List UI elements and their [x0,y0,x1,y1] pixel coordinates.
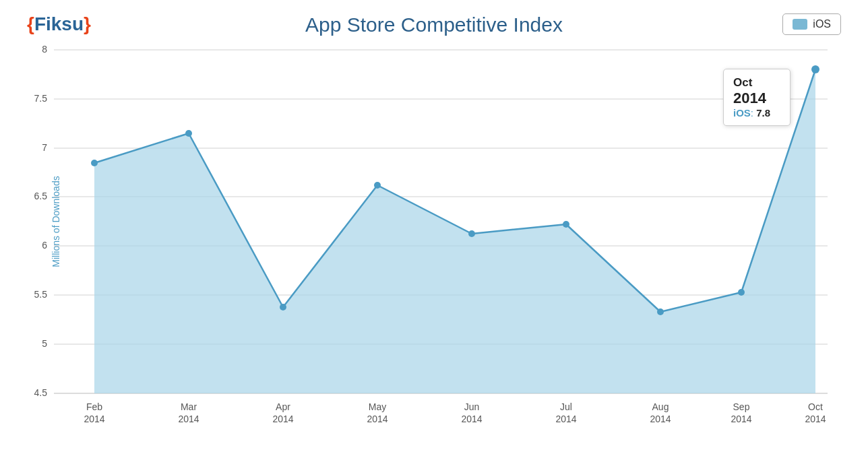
xlabel-aug-month: Aug [652,401,669,412]
xlabel-sep-year: 2014 [731,414,751,424]
xlabel-oct-year: 2014 [805,414,826,424]
xlabel-jul-month: Jul [560,401,572,412]
xlabel-may-year: 2014 [367,414,388,424]
tooltip-year: 2014 [733,90,780,107]
xlabel-apr-month: Apr [276,401,290,412]
point-may [374,182,381,189]
xlabel-apr-year: 2014 [272,414,293,424]
ytick-5: 5 [42,338,47,349]
point-oct [811,65,819,73]
xlabel-jun-month: Jun [464,401,480,412]
chart-title: App Store Competitive Index [305,13,563,36]
point-mar [185,130,192,137]
ytick-8: 8 [42,44,47,55]
chart-svg: 8 7.5 7 6.5 6 5.5 5 4.5 [54,50,828,393]
chart-inner: 8 7.5 7 6.5 6 5.5 5 4.5 [54,50,828,393]
tooltip-value: iOS: 7.8 [733,107,780,119]
ytick-5-5: 5.5 [34,289,48,300]
logo-name: Fiksu [34,13,84,34]
chart-area: Millions of Downloads [54,50,828,393]
point-jul [563,221,569,228]
ytick-4-5: 4.5 [34,387,48,398]
point-feb [91,160,98,166]
point-apr [280,304,286,310]
ytick-7: 7 [42,142,47,153]
xlabel-feb-year: 2014 [84,414,104,424]
header: {Fiksu} App Store Competitive Index iOS [0,0,868,43]
point-aug [657,308,664,315]
xlabel-mar-month: Mar [181,401,197,412]
xlabel-feb-month: Feb [86,401,102,412]
xlabel-jul-year: 2014 [555,414,576,424]
page-container: {Fiksu} App Store Competitive Index iOS … [0,0,868,458]
legend-label-ios: iOS [813,18,831,30]
logo-brace-open: { [27,13,34,34]
xlabel-may-month: May [369,401,386,412]
ytick-6: 6 [42,240,47,251]
xlabel-jun-year: 2014 [461,414,482,424]
xlabel-oct-month: Oct [808,401,823,412]
point-sep [738,289,745,296]
legend-color-ios [793,19,807,30]
ytick-6-5: 6.5 [34,191,48,201]
tooltip: Oct 2014 iOS: 7.8 [723,69,790,126]
ytick-7-5: 7.5 [34,93,48,104]
tooltip-month: Oct [733,76,780,90]
point-jun [468,230,475,237]
chart-area-fill [94,69,815,393]
logo-brace-close: } [84,13,91,34]
legend: iOS [782,13,841,35]
xlabel-aug-year: 2014 [650,414,671,424]
xlabel-mar-year: 2014 [178,414,199,424]
logo: {Fiksu} [27,13,91,35]
xlabel-sep-month: Sep [733,401,750,412]
